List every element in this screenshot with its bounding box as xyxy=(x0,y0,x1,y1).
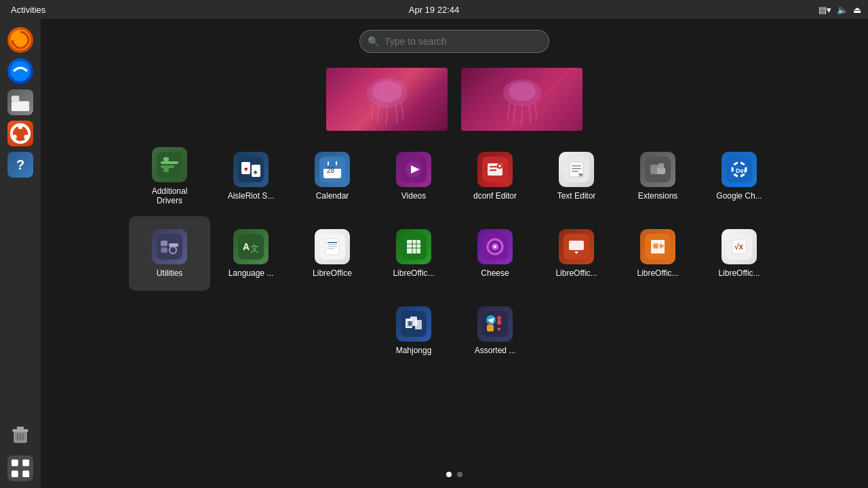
power-icon[interactable]: ⏏ xyxy=(853,5,861,15)
clock: Apr 19 22:44 xyxy=(409,5,459,15)
app-label-extensions: Extensions xyxy=(638,191,678,201)
app-label-additional-drivers: AdditionalDrivers xyxy=(152,186,188,206)
app-label-videos: Videos xyxy=(401,191,426,201)
app-item-libreoffice-impress[interactable]: LibreOffic... xyxy=(536,216,617,291)
svg-rect-109 xyxy=(497,320,501,325)
svg-rect-76 xyxy=(328,242,337,243)
svg-rect-81 xyxy=(407,240,420,253)
svg-rect-105 xyxy=(482,311,508,337)
dock: ? xyxy=(0,19,41,488)
app-item-assorted[interactable]: ♥ Assorted ... xyxy=(454,293,536,368)
svg-rect-10 xyxy=(17,426,24,429)
app-row-1: AdditionalDrivers ♥ ♠ AisleRiot S... xyxy=(129,139,780,214)
svg-text:♥: ♥ xyxy=(244,165,248,173)
svg-rect-22 xyxy=(157,152,182,178)
search-container: 🔍 xyxy=(359,30,549,53)
app-label-language: Language ... xyxy=(229,268,274,278)
dock-item-firefox[interactable] xyxy=(6,26,35,54)
page-dot-2[interactable] xyxy=(457,472,462,477)
app-item-libreoffice-draw[interactable]: LibreOffic... xyxy=(617,216,698,291)
dock-item-trash[interactable] xyxy=(6,420,35,449)
topbar: Activities Apr 19 22:44 ▤▾ 🔈 ⏏ xyxy=(0,0,868,19)
app-label-dconf: dconf Editor xyxy=(473,191,517,201)
preview-window-2[interactable] xyxy=(460,66,584,132)
app-label-aisleriot: AisleRiot S... xyxy=(228,191,275,201)
svg-rect-16 xyxy=(12,470,18,477)
app-label-cheese: Cheese xyxy=(481,268,509,278)
app-item-text-editor[interactable]: Text Editor xyxy=(536,139,617,214)
dock-item-help[interactable]: ? xyxy=(6,150,35,179)
dock-item-show-apps[interactable] xyxy=(6,454,35,483)
app-label-mahjongg: Mahjongg xyxy=(396,346,432,355)
app-item-extensions[interactable]: Extensions xyxy=(617,139,698,214)
svg-point-6 xyxy=(24,135,28,140)
app-item-google-chrome[interactable]: Dev Google Ch... xyxy=(698,139,780,214)
svg-point-95 xyxy=(653,243,658,249)
app-item-libreoffice-math[interactable]: √x LibreOffic... xyxy=(698,216,780,291)
app-label-libreoffice-impress: LibreOffic... xyxy=(555,268,597,278)
svg-text:Dev: Dev xyxy=(736,167,747,174)
svg-rect-15 xyxy=(22,460,29,466)
app-item-utilities[interactable]: Utilities xyxy=(129,216,210,291)
app-grid: AdditionalDrivers ♥ ♠ AisleRiot S... xyxy=(41,139,868,472)
window-previews xyxy=(325,66,584,132)
svg-point-19 xyxy=(372,81,402,102)
svg-rect-79 xyxy=(328,248,334,249)
app-item-cheese[interactable]: Cheese xyxy=(454,216,536,291)
app-item-libreoffice[interactable]: LibreOffice xyxy=(292,216,373,291)
svg-rect-23 xyxy=(161,161,178,164)
svg-rect-65 xyxy=(157,234,182,260)
svg-rect-9 xyxy=(12,429,28,432)
svg-text:♥: ♥ xyxy=(497,325,501,333)
dock-item-files[interactable] xyxy=(6,88,35,117)
activities-button[interactable]: Activities xyxy=(7,3,50,16)
svg-rect-91 xyxy=(569,241,584,250)
app-item-additional-drivers[interactable]: AdditionalDrivers xyxy=(129,139,210,214)
app-item-language[interactable]: A 文 Language ... xyxy=(210,216,292,291)
svg-rect-48 xyxy=(499,165,500,167)
dock-item-ubuntu-software[interactable] xyxy=(6,119,35,148)
svg-rect-25 xyxy=(163,157,169,161)
svg-rect-24 xyxy=(161,165,174,168)
app-label-google-chrome: Google Ch... xyxy=(716,191,762,201)
svg-rect-110 xyxy=(487,325,494,331)
svg-point-70 xyxy=(163,248,167,252)
svg-point-7 xyxy=(12,135,17,140)
svg-text:東: 東 xyxy=(407,321,414,327)
search-input[interactable] xyxy=(359,30,549,53)
svg-rect-3 xyxy=(12,101,29,111)
preview-window-1[interactable] xyxy=(325,66,449,132)
app-row-3: 東 Mahjongg xyxy=(373,293,536,368)
app-item-dconf[interactable]: dconf Editor xyxy=(454,139,536,214)
svg-point-89 xyxy=(494,245,496,248)
app-label-assorted: Assorted ... xyxy=(475,346,516,355)
app-item-calendar[interactable]: 28 Calendar xyxy=(292,139,373,214)
app-row-2: Utilities A 文 Language ... xyxy=(129,216,780,291)
svg-rect-45 xyxy=(490,169,496,171)
app-item-libreoffice-calc[interactable]: LibreOffic... xyxy=(373,216,454,291)
svg-rect-38 xyxy=(336,161,337,165)
svg-rect-52 xyxy=(572,168,581,169)
page-dot-1[interactable] xyxy=(446,472,452,477)
app-item-mahjongg[interactable]: 東 Mahjongg xyxy=(373,293,454,368)
app-item-aisleriot[interactable]: ♥ ♠ AisleRiot S... xyxy=(210,139,292,214)
svg-rect-78 xyxy=(328,246,337,247)
svg-text:28: 28 xyxy=(327,167,335,174)
svg-point-108 xyxy=(497,316,501,320)
svg-rect-17 xyxy=(22,470,29,477)
svg-rect-51 xyxy=(572,165,581,167)
network-icon[interactable]: ▤▾ xyxy=(818,5,831,15)
sound-icon[interactable]: 🔈 xyxy=(837,5,848,15)
page-dots xyxy=(446,472,462,477)
dock-item-thunderbird[interactable] xyxy=(6,57,35,85)
svg-point-21 xyxy=(509,82,536,101)
svg-rect-2 xyxy=(12,96,19,101)
svg-rect-53 xyxy=(572,171,578,172)
app-label-calendar: Calendar xyxy=(316,191,349,201)
app-item-videos[interactable]: Videos xyxy=(373,139,454,214)
svg-rect-77 xyxy=(328,244,337,245)
svg-point-1 xyxy=(10,61,30,81)
app-label-libreoffice: LibreOffice xyxy=(313,268,352,278)
svg-rect-57 xyxy=(658,163,664,169)
svg-text:A: A xyxy=(243,241,250,252)
